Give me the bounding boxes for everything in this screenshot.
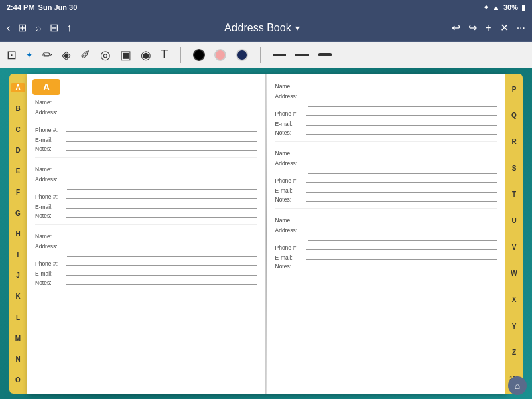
notes-label-2: Notes: [35, 212, 64, 219]
status-bar: 2:44 PM Sun Jun 30 ✦ ▲ 30% ▮ [0, 0, 532, 15]
name-line-2[interactable] [66, 165, 257, 171]
add-button[interactable]: + [485, 22, 491, 34]
search-icon[interactable]: ⌕ [35, 22, 42, 34]
address-line-5a[interactable] [308, 159, 498, 165]
notes-line-4[interactable] [306, 129, 498, 135]
phone-line-3[interactable] [66, 259, 257, 266]
shapes-tool[interactable]: ◎ [100, 48, 111, 62]
phone-line-2[interactable] [66, 192, 257, 199]
text-tool[interactable]: T [161, 48, 168, 62]
address-line-2a[interactable] [67, 175, 257, 181]
tab-Z[interactable]: Z [507, 349, 521, 357]
email-label-2: E-mail: [35, 204, 64, 210]
email-line-2[interactable] [66, 202, 257, 209]
tab-W[interactable]: W [507, 270, 521, 278]
tab-L[interactable]: L [11, 314, 25, 322]
home-button[interactable]: ⌂ [508, 376, 527, 395]
tab-T[interactable]: T [507, 191, 521, 199]
address-lines-6 [306, 226, 498, 241]
grid-icon[interactable]: ⊞ [18, 21, 27, 34]
name-line-3[interactable] [66, 232, 257, 238]
email-line-6[interactable] [306, 253, 498, 260]
name-line-5[interactable] [306, 149, 498, 155]
tab-R[interactable]: R [507, 138, 521, 146]
tab-M[interactable]: M [11, 335, 25, 343]
name-field-5: Name: [275, 149, 498, 157]
tab-V[interactable]: V [507, 244, 521, 252]
tab-S[interactable]: S [507, 165, 521, 173]
tab-H[interactable]: H [11, 230, 25, 238]
bookmark-icon[interactable]: ⊟ [50, 21, 58, 34]
color-navy[interactable] [236, 49, 248, 61]
address-lines [66, 108, 257, 123]
tab-F[interactable]: F [11, 189, 25, 197]
address-line-4a[interactable] [308, 92, 498, 98]
address-line-6a[interactable] [308, 226, 498, 232]
select-tool[interactable]: ⊡ [7, 48, 17, 62]
pencil-tool[interactable]: ✐ [80, 48, 90, 62]
notes-field-5: Notes: [275, 196, 498, 203]
notes-line-5[interactable] [306, 196, 498, 202]
tab-K[interactable]: K [11, 293, 25, 301]
address-line-4b[interactable] [308, 100, 498, 107]
address-line-2[interactable] [67, 116, 257, 123]
tab-C[interactable]: C [11, 126, 25, 134]
tab-B[interactable]: B [11, 105, 25, 113]
pen-tool[interactable]: ✏ [42, 48, 52, 62]
line-weight-thin[interactable] [273, 54, 286, 56]
back-button[interactable]: ‹ [7, 22, 10, 34]
address-line-3a[interactable] [67, 242, 257, 248]
phone-line-5[interactable] [306, 176, 498, 183]
address-line-1[interactable] [67, 108, 257, 114]
more-button[interactable]: ··· [517, 22, 525, 34]
undo-button[interactable]: ↩ [452, 21, 460, 34]
name-line-4[interactable] [306, 82, 498, 88]
notes-line-1[interactable] [66, 145, 257, 151]
tab-I[interactable]: I [11, 251, 25, 259]
color-black[interactable] [193, 49, 205, 61]
notes-line-3[interactable] [66, 279, 257, 285]
tab-N[interactable]: N [11, 355, 25, 364]
phone-label-5: Phone #: [275, 177, 305, 184]
tab-X[interactable]: X [507, 296, 521, 304]
phone-line-4[interactable] [306, 109, 498, 116]
title-dropdown[interactable]: ▾ [295, 23, 300, 33]
name-line-6[interactable] [306, 216, 498, 222]
color-pink[interactable] [214, 49, 226, 61]
share-icon[interactable]: ↑ [66, 22, 72, 34]
tab-D[interactable]: D [11, 147, 25, 155]
notes-line-2[interactable] [66, 212, 257, 218]
notes-line-6[interactable] [306, 263, 498, 268]
address-line-2b[interactable] [67, 183, 257, 190]
address-line-3b[interactable] [67, 250, 257, 257]
address-line-5b[interactable] [308, 167, 498, 174]
close-button[interactable]: ✕ [500, 21, 509, 34]
tab-G[interactable]: G [11, 210, 25, 218]
email-line-3[interactable] [66, 269, 257, 276]
tab-P[interactable]: P [507, 86, 521, 94]
tab-O[interactable]: O [11, 376, 25, 384]
tab-Q[interactable]: Q [507, 112, 521, 120]
phone-line-6[interactable] [306, 243, 498, 250]
tab-E[interactable]: E [11, 167, 25, 175]
tab-J[interactable]: J [11, 272, 25, 280]
redo-button[interactable]: ↪ [468, 21, 477, 34]
document-title: Address Book [224, 22, 291, 34]
line-weight-thick[interactable] [318, 53, 332, 56]
email-line-4[interactable] [306, 119, 498, 126]
address-line-6b[interactable] [308, 234, 498, 241]
status-left: 2:44 PM Sun Jun 30 [7, 3, 77, 11]
eraser-tool[interactable]: ◈ [62, 48, 71, 62]
tab-A[interactable]: A [11, 83, 25, 92]
phone-line[interactable] [66, 125, 257, 132]
contact-entry-6: Name: Address: Phone #: [275, 216, 498, 275]
image-tool[interactable]: ▣ [120, 48, 131, 62]
camera-tool[interactable]: ◉ [141, 48, 151, 62]
name-line[interactable] [66, 98, 257, 104]
email-line[interactable] [66, 135, 257, 142]
tab-U[interactable]: U [507, 217, 521, 225]
tab-Y[interactable]: Y [507, 323, 521, 331]
name-label-3: Name: [35, 233, 64, 240]
line-weight-medium[interactable] [295, 54, 309, 56]
email-line-5[interactable] [306, 186, 498, 193]
